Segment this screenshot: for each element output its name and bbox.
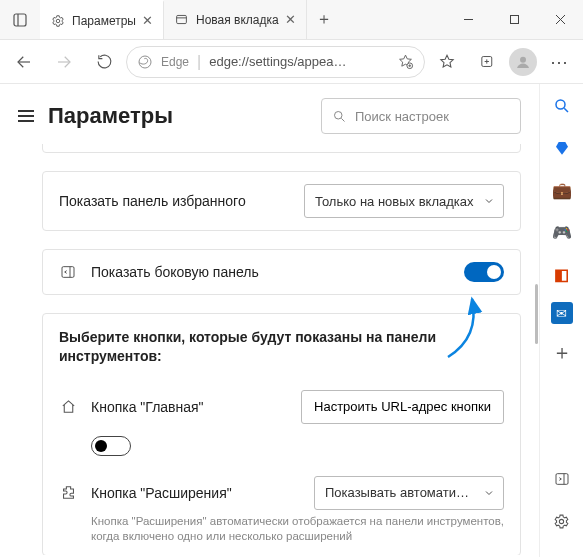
forward-button xyxy=(46,44,82,80)
setting-favorites-bar: Показать панель избранного Только на нов… xyxy=(43,172,520,230)
edge-sidebar: 💼 🎮 ◧ ✉ ＋ xyxy=(539,84,583,557)
minimize-button[interactable] xyxy=(445,0,491,39)
close-window-button[interactable] xyxy=(537,0,583,39)
svg-rect-3 xyxy=(177,15,187,23)
chevron-down-icon xyxy=(483,195,495,207)
chevron-down-icon xyxy=(483,487,495,499)
menu-button[interactable]: ⋯ xyxy=(541,44,577,80)
tab-label: Параметры xyxy=(72,14,136,28)
new-tab-button[interactable]: ＋ xyxy=(307,0,341,39)
extensions-description: Кнопка "Расширения" автоматически отобра… xyxy=(43,512,520,555)
toggle-side-panel[interactable] xyxy=(464,262,504,282)
svg-point-23 xyxy=(556,100,565,109)
svg-line-20 xyxy=(341,118,344,121)
sidebar-search-icon[interactable] xyxy=(548,92,576,120)
sidebar-settings-icon[interactable] xyxy=(548,507,576,535)
url-prefix: Edge xyxy=(161,55,189,69)
gear-icon xyxy=(50,13,66,29)
svg-point-19 xyxy=(335,111,343,119)
setting-home-button: Кнопка "Главная" Настроить URL-адрес кно… xyxy=(43,378,520,430)
svg-line-24 xyxy=(564,108,568,112)
svg-rect-6 xyxy=(510,16,518,24)
profile-button[interactable] xyxy=(509,48,537,76)
extensions-icon xyxy=(59,484,77,501)
edge-logo-icon xyxy=(137,54,153,70)
page-title: Параметры xyxy=(48,103,173,129)
home-icon xyxy=(59,398,77,415)
back-button[interactable] xyxy=(6,44,42,80)
url-text: edge://settings/appea… xyxy=(209,54,389,69)
menu-icon[interactable] xyxy=(18,110,34,122)
settings-search-input[interactable]: Поиск настроек xyxy=(321,98,521,134)
tab-actions-button[interactable] xyxy=(0,0,40,39)
toolbar-section-title: Выберите кнопки, которые будут показаны … xyxy=(43,314,520,378)
setting-side-panel: Показать боковую панель xyxy=(43,250,520,294)
favorites-bar-select[interactable]: Только на новых вкладках xyxy=(304,184,504,218)
svg-point-2 xyxy=(56,19,60,23)
reload-button[interactable] xyxy=(86,44,122,80)
sidebar-office-icon[interactable]: ◧ xyxy=(548,260,576,288)
favorites-button[interactable] xyxy=(429,44,465,80)
sidebar-hide-button[interactable] xyxy=(548,465,576,493)
close-icon[interactable]: ✕ xyxy=(142,13,153,28)
close-icon[interactable]: ✕ xyxy=(285,12,296,27)
sidebar-shopping-icon[interactable] xyxy=(548,134,576,162)
sidebar-add-button[interactable]: ＋ xyxy=(548,338,576,366)
svg-rect-0 xyxy=(14,14,26,26)
tab-settings[interactable]: Параметры ✕ xyxy=(40,0,164,39)
collections-button[interactable] xyxy=(469,44,505,80)
sidebar-outlook-icon[interactable]: ✉ xyxy=(551,302,573,324)
tab-label: Новая вкладка xyxy=(196,13,279,27)
extensions-select[interactable]: Показывать автомати… xyxy=(314,476,504,510)
star-plus-icon[interactable] xyxy=(397,53,414,70)
scrollbar-thumb[interactable] xyxy=(535,284,538,344)
search-placeholder: Поиск настроек xyxy=(355,109,449,124)
sidebar-games-icon[interactable]: 🎮 xyxy=(548,218,576,246)
svg-point-18 xyxy=(520,56,526,62)
setting-tab-preview: Показать предварительный просмотр вкладк… xyxy=(43,144,520,152)
home-url-button[interactable]: Настроить URL-адрес кнопки xyxy=(301,390,504,424)
maximize-button[interactable] xyxy=(491,0,537,39)
page-icon xyxy=(174,12,190,28)
svg-point-27 xyxy=(559,519,563,523)
svg-point-11 xyxy=(139,56,151,68)
toggle-home-button[interactable] xyxy=(91,436,131,456)
address-bar[interactable]: Edge | edge://settings/appea… xyxy=(126,46,425,78)
panel-icon xyxy=(59,264,77,280)
tab-newpage[interactable]: Новая вкладка ✕ xyxy=(164,0,307,39)
setting-extensions-button: Кнопка "Расширения" Показывать автомати… xyxy=(43,464,520,512)
search-icon xyxy=(332,109,347,124)
sidebar-tools-icon[interactable]: 💼 xyxy=(548,176,576,204)
